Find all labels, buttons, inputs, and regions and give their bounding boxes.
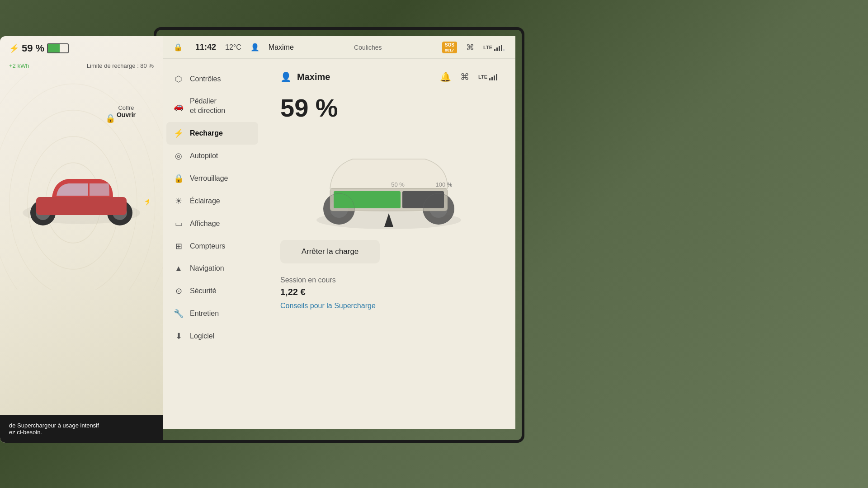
- session-cost: 1,22 €: [280, 287, 497, 297]
- supercharge-tips-link[interactable]: Conseils pour la Supercharge: [280, 302, 376, 310]
- recharge-icon: ⚡: [174, 128, 184, 138]
- compteurs-icon: ⊞: [174, 241, 184, 251]
- signal-bar-5: [503, 49, 505, 51]
- sidebar-item-navigation[interactable]: ▲ Navigation: [163, 258, 262, 280]
- tesla-ui-panel: 🔒 11:42 12°C 👤 Maxime Couliches SOS 0017…: [163, 36, 515, 429]
- profile-name: Maxime: [297, 72, 330, 82]
- verrouillage-icon: 🔒: [174, 174, 184, 183]
- user-icon: 👤: [250, 43, 259, 52]
- signal-bar-1: [494, 49, 495, 51]
- left-car-panel: ⚡ 59 % +2 kWh Limite de recharge : 80 % …: [0, 36, 163, 443]
- charge-limit-row: +2 kWh Limite de recharge : 80 %: [0, 61, 163, 73]
- lock-status-icon: 🔒: [174, 43, 183, 52]
- entretien-icon: 🔧: [174, 309, 184, 319]
- securite-icon: ⊙: [174, 286, 184, 296]
- entretien-label: Entretien: [190, 310, 219, 318]
- sidebar-item-affichage[interactable]: ▭ Affichage: [163, 212, 262, 235]
- signal-bars: [494, 44, 505, 51]
- verrouillage-label: Verrouillage: [190, 174, 228, 183]
- clock-display: 11:42: [195, 42, 216, 52]
- bottom-banner: de Superchargeur à usage intensif ez ci-…: [0, 415, 163, 443]
- sidebar-item-recharge[interactable]: ⚡ Recharge: [166, 122, 258, 145]
- pedalier-label: Pédalier: [190, 97, 225, 106]
- recharge-label: Recharge: [190, 129, 223, 137]
- lte-label: LTE: [483, 45, 492, 50]
- car-svg-area: ⚡: [14, 154, 149, 235]
- map-location-label: Couliches: [303, 44, 433, 51]
- sos-badge: SOS 0017: [442, 42, 457, 53]
- battery-visual-area: 50 % 100 %: [307, 130, 470, 229]
- signal-area: LTE: [483, 44, 505, 51]
- car-illustration: ⚡: [14, 154, 149, 235]
- stop-charge-button[interactable]: Arrêter la charge: [280, 240, 380, 263]
- affichage-label: Affichage: [190, 220, 220, 228]
- battery-bar: [47, 43, 69, 53]
- battery-fill: [48, 44, 60, 52]
- svg-text:⚡: ⚡: [144, 197, 149, 206]
- lock-icon-car: 🔒: [105, 113, 115, 123]
- affichage-icon: ▭: [174, 219, 184, 229]
- bolt-icon: ⚡: [9, 43, 19, 53]
- bluetooth-icon: ⌘: [466, 42, 474, 52]
- battery-percent-large: 59 %: [280, 93, 497, 122]
- signal-area-top: LTE: [478, 73, 497, 80]
- sidebar-item-autopilot[interactable]: ◎ Autopilot: [163, 145, 262, 167]
- car-image-area: Coffre Ouvrir 🔒 ⚡: [0, 73, 163, 290]
- sidebar-item-securite[interactable]: ⊙ Sécurité: [163, 280, 262, 302]
- sidebar-item-pedalier[interactable]: 🚗 Pédalier et direction: [163, 90, 262, 122]
- profile-row: 👤 Maxime 🔔 ⌘ LTE: [280, 71, 497, 82]
- top-icons-area: 🔔 ⌘ LTE: [440, 71, 497, 82]
- temperature-display: 12°C: [225, 43, 241, 52]
- sidebar-nav: ⬡ Contrôles 🚗 Pédalier et direction ⚡ Re…: [163, 59, 262, 429]
- pedalier-icon: 🚗: [174, 101, 184, 111]
- pedalier-label2: et direction: [190, 106, 225, 116]
- coffre-text: Coffre: [117, 104, 136, 111]
- status-bar: 🔒 11:42 12°C 👤 Maxime Couliches SOS 0017…: [163, 36, 515, 59]
- autopilot-label: Autopilot: [190, 152, 218, 160]
- compteurs-label: Compteurs: [190, 242, 225, 250]
- bell-icon[interactable]: 🔔: [440, 71, 451, 82]
- signal-bar-3: [499, 46, 500, 51]
- kwh-label: +2 kWh: [9, 62, 29, 69]
- status-bar-username: Maxime: [269, 43, 294, 52]
- session-label: Session en cours: [280, 276, 497, 284]
- signal-bar-4: [501, 45, 502, 51]
- charging-status-row: ⚡ 59 %: [0, 36, 163, 61]
- controles-label: Contrôles: [190, 75, 221, 83]
- profile-icon: 👤: [280, 71, 292, 82]
- sidebar-item-entretien[interactable]: 🔧 Entretien: [163, 302, 262, 325]
- coffre-label: Coffre Ouvrir: [117, 104, 136, 118]
- sidebar-item-compteurs[interactable]: ⊞ Compteurs: [163, 235, 262, 258]
- charging-indicator: ⚡ 59 %: [9, 42, 69, 54]
- bottom-banner-text2: ez ci-besoin.: [9, 429, 42, 436]
- bluetooth-top-icon[interactable]: ⌘: [460, 71, 469, 82]
- signal-bars-top: [489, 73, 497, 80]
- pedalier-label-container: Pédalier et direction: [190, 97, 225, 116]
- navigation-icon: ▲: [174, 264, 184, 273]
- svg-rect-13: [334, 191, 401, 208]
- logiciel-icon: ⬇: [174, 331, 184, 341]
- ouvrir-text[interactable]: Ouvrir: [117, 111, 136, 118]
- tesla-body: ⬡ Contrôles 🚗 Pédalier et direction ⚡ Re…: [163, 59, 515, 429]
- autopilot-icon: ◎: [174, 151, 184, 161]
- sidebar-item-controles[interactable]: ⬡ Contrôles: [163, 68, 262, 90]
- navigation-label: Navigation: [190, 264, 224, 272]
- logiciel-label: Logiciel: [190, 332, 214, 340]
- securite-label: Sécurité: [190, 287, 217, 295]
- eclairage-label: Éclairage: [190, 197, 220, 205]
- svg-rect-5: [36, 197, 127, 215]
- svg-rect-14: [402, 191, 444, 208]
- sidebar-item-verrouillage[interactable]: 🔒 Verrouillage: [163, 167, 262, 190]
- sidebar-item-eclairage[interactable]: ☀ Éclairage: [163, 190, 262, 212]
- battery-car-svg: 50 % 100 %: [307, 130, 470, 229]
- controles-icon: ⬡: [174, 74, 184, 84]
- main-content-area: 👤 Maxime 🔔 ⌘ LTE: [262, 59, 515, 429]
- battery-percent-left: 59 %: [22, 42, 44, 54]
- sidebar-item-logiciel[interactable]: ⬇ Logiciel: [163, 325, 262, 347]
- charge-limit-label: Limite de recharge : 80 %: [87, 62, 154, 69]
- lte-top-label: LTE: [478, 74, 487, 80]
- signal-bar-2: [496, 47, 498, 51]
- bottom-banner-text: de Superchargeur à usage intensif: [9, 422, 99, 429]
- eclairage-icon: ☀: [174, 196, 184, 206]
